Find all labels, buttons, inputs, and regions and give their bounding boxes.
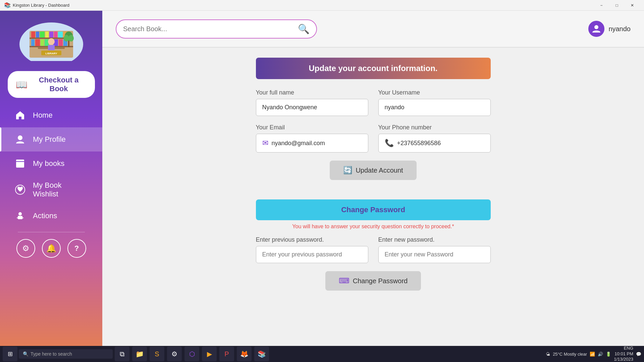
new-password-label: Enter new password. xyxy=(378,236,491,243)
wishlist-label: My Book Wishlist xyxy=(33,181,89,198)
email-input[interactable] xyxy=(272,140,362,147)
svg-rect-7 xyxy=(45,32,49,38)
maximize-button[interactable]: □ xyxy=(609,0,625,11)
name-row: Your full name Your Username xyxy=(256,89,491,116)
update-account-button[interactable]: 🔄 Update Account xyxy=(330,161,416,180)
keyboard-icon: ⌨ xyxy=(339,277,350,285)
prev-password-input-wrapper xyxy=(256,246,368,263)
taskbar-volume-icon: 🔊 xyxy=(598,352,603,357)
full-name-label: Your full name xyxy=(256,89,368,96)
main-content: Update your account information. Your fu… xyxy=(102,48,644,362)
full-name-input[interactable] xyxy=(262,104,362,111)
close-button[interactable]: ✕ xyxy=(625,0,640,11)
actions-label: Actions xyxy=(33,212,57,220)
taskbar-presentation[interactable]: P xyxy=(219,347,234,361)
phone-label: Your Phone number xyxy=(378,124,491,131)
update-btn-container: 🔄 Update Account xyxy=(256,161,491,190)
search-icon[interactable]: 🔍 xyxy=(298,23,310,35)
actions-icon xyxy=(13,209,27,223)
phone-input[interactable] xyxy=(397,140,484,147)
search-bar[interactable]: 🔍 xyxy=(116,19,317,39)
refresh-icon: 🔄 xyxy=(343,166,352,175)
sidebar-item-my-profile[interactable]: My Profile xyxy=(0,127,102,152)
taskbar-battery-icon: 🔋 xyxy=(606,352,611,357)
time-display: 10:01 PM xyxy=(614,351,633,357)
home-icon xyxy=(13,109,27,122)
checkout-label: Checkout a Book xyxy=(31,76,87,93)
checkout-button[interactable]: 📖 Checkout a Book xyxy=(8,71,95,98)
sidebar-item-actions[interactable]: Actions xyxy=(0,204,102,228)
new-password-input-wrapper xyxy=(378,246,491,263)
banner-text: Update your account information. xyxy=(309,64,437,73)
full-name-input-wrapper xyxy=(256,99,368,116)
titlebar-controls: − □ ✕ xyxy=(594,0,640,11)
taskbar-editor[interactable]: S xyxy=(150,347,164,361)
email-label: Your Email xyxy=(256,124,368,131)
username-input[interactable] xyxy=(385,104,484,111)
username-display: nyando xyxy=(608,25,631,33)
change-password-submit-button[interactable]: ⌨ Change Password xyxy=(325,271,421,291)
search-input[interactable] xyxy=(123,25,294,33)
taskbar-search[interactable]: 🔍 Type here to search xyxy=(19,349,113,359)
phone-group: Your Phone number 📞 xyxy=(378,124,491,153)
change-password-toggle-button[interactable]: Change Password xyxy=(256,199,491,220)
svg-rect-8 xyxy=(49,32,53,38)
wishlist-icon xyxy=(13,183,27,196)
taskbar-library-app[interactable]: 📚 xyxy=(254,347,269,361)
my-books-label: My books xyxy=(33,159,64,168)
minimize-button[interactable]: − xyxy=(594,0,609,11)
email-input-wrapper: ✉ xyxy=(256,134,368,153)
sidebar-item-my-books[interactable]: My books xyxy=(0,152,102,176)
start-button[interactable]: ⊞ xyxy=(3,347,17,361)
sidebar: LIBRARY 📖 Checkout a Book Home My Profil… xyxy=(0,11,102,362)
titlebar: 📚 Kingston Library - Dashboard − □ ✕ xyxy=(0,0,644,11)
help-button[interactable]: ? xyxy=(67,239,86,258)
svg-rect-15 xyxy=(45,39,49,46)
contact-row: Your Email ✉ Your Phone number 📞 xyxy=(256,124,491,153)
taskbar-media[interactable]: ▶ xyxy=(202,347,217,361)
svg-point-27 xyxy=(68,35,74,42)
phone-icon: 📞 xyxy=(385,139,394,147)
email-icon: ✉ xyxy=(262,139,268,147)
page-banner: Update your account information. xyxy=(256,58,491,79)
settings-button[interactable]: ⚙ xyxy=(16,239,35,258)
prev-password-label: Enter previous password. xyxy=(256,236,368,243)
svg-rect-13 xyxy=(35,39,40,46)
taskbar-app1[interactable]: ⬡ xyxy=(184,347,199,361)
svg-rect-12 xyxy=(31,39,35,46)
svg-rect-9 xyxy=(54,32,57,38)
taskbar-multitask[interactable]: ⧉ xyxy=(115,347,129,361)
change-password-submit-container: ⌨ Change Password xyxy=(256,271,491,291)
taskbar-right: 🌤 25°C Mostly clear 📶 🔊 🔋 ENG 10:01 PM 1… xyxy=(546,346,641,362)
app-body: LIBRARY 📖 Checkout a Book Home My Profil… xyxy=(0,11,644,362)
notifications-button[interactable]: 🔔 xyxy=(42,239,61,258)
content-area: 🔍 nyando Update your account information… xyxy=(102,11,644,362)
new-password-input[interactable] xyxy=(385,251,484,258)
sidebar-item-wishlist[interactable]: My Book Wishlist xyxy=(0,176,102,204)
avatar xyxy=(588,21,604,37)
svg-rect-14 xyxy=(41,39,44,46)
taskbar-time: ENG 10:01 PM 1/13/2023 xyxy=(614,346,633,362)
change-password-submit-label: Change Password xyxy=(353,277,408,285)
svg-rect-18 xyxy=(59,39,63,46)
username-group: Your Username xyxy=(378,89,491,116)
book-icon: 📖 xyxy=(16,79,28,90)
username-input-wrapper xyxy=(378,99,491,116)
user-profile: nyando xyxy=(588,21,631,37)
security-note: You will have to answer your security qu… xyxy=(256,224,491,230)
taskbar-app2[interactable]: 🦊 xyxy=(237,347,252,361)
svg-point-34 xyxy=(18,212,22,216)
sidebar-item-home[interactable]: Home xyxy=(0,103,102,127)
help-icon: ? xyxy=(74,244,79,253)
email-group: Your Email ✉ xyxy=(256,124,368,153)
taskbar-explorer[interactable]: 📁 xyxy=(132,347,147,361)
notification-tray[interactable]: 💬 xyxy=(636,352,641,357)
profile-icon xyxy=(13,133,27,146)
prev-password-group: Enter previous password. xyxy=(256,236,368,263)
taskbar-settings[interactable]: ⚙ xyxy=(167,347,182,361)
date-display: 1/13/2023 xyxy=(614,357,633,362)
header: 🔍 nyando xyxy=(102,11,644,48)
update-btn-label: Update Account xyxy=(356,167,403,174)
prev-password-input[interactable] xyxy=(262,251,362,258)
svg-rect-5 xyxy=(36,32,39,38)
